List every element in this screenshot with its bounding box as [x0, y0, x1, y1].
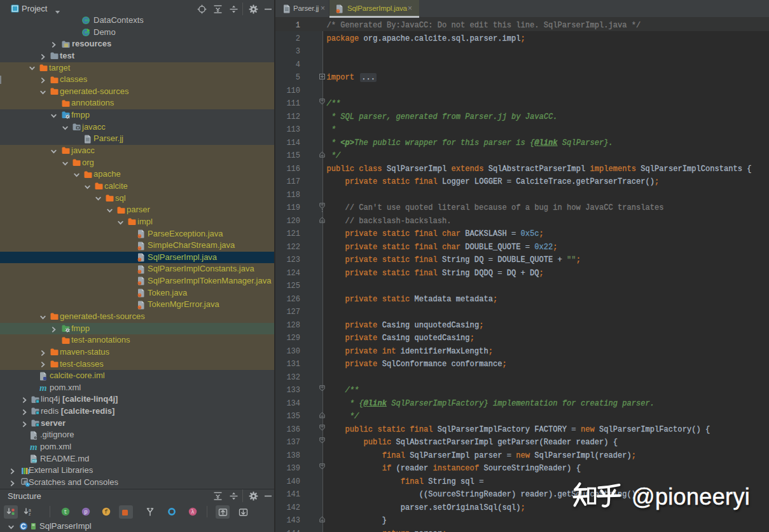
svg-text:z: z [29, 512, 31, 516]
svg-text:m: m [30, 442, 38, 451]
svg-text:f: f [104, 509, 107, 515]
svg-text:m: m [39, 383, 47, 392]
svg-text:λ: λ [191, 509, 194, 515]
svg-text:t: t [64, 509, 67, 515]
svg-text:p: p [84, 509, 87, 515]
